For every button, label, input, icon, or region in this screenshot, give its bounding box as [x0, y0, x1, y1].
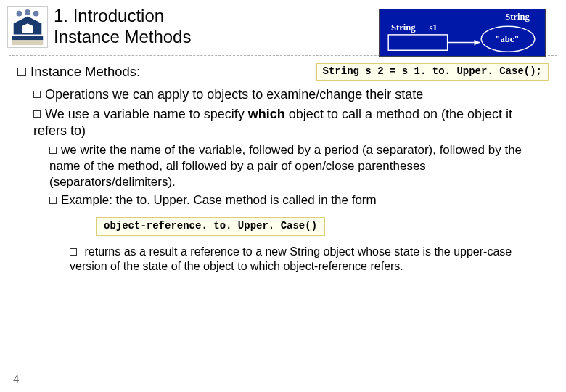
section-heading-row: Instance Methods: String s 2 = s 1. to. …: [17, 63, 549, 81]
svg-marker-8: [474, 40, 480, 46]
diagram-label-type: String: [391, 23, 416, 33]
object-diagram: String s1 String "abc": [379, 9, 546, 57]
code-snippet-1: String s 2 = s 1. to. Upper. Case();: [316, 63, 549, 81]
bullet-box-icon: [49, 197, 57, 204]
bullet-example: Example: the to. Upper. Case method is c…: [49, 192, 549, 208]
bullet-we-write: we write the name of the variable, follo…: [49, 142, 549, 189]
svg-point-2: [17, 11, 22, 17]
bullet-returns: returns as a result a reference to a new…: [70, 245, 549, 274]
page-number: 4: [13, 372, 19, 385]
divider-bottom: [9, 367, 557, 367]
bullet-box-icon: [49, 147, 57, 154]
svg-rect-5: [12, 40, 43, 45]
diagram-label-string-top: String: [505, 12, 530, 22]
bullet-box-icon: [33, 110, 41, 118]
svg-rect-6: [388, 35, 447, 50]
diagram-label-var: s1: [429, 23, 437, 33]
bullet-box-icon: [33, 91, 41, 98]
svg-point-3: [25, 9, 30, 15]
diagram-label-value: "abc": [496, 34, 520, 44]
section-heading-text: Instance Methods:: [30, 64, 140, 79]
code-snippet-2: object-reference. to. Upper. Case(): [96, 217, 325, 236]
svg-rect-1: [12, 36, 43, 41]
section-heading: Instance Methods:: [17, 63, 140, 81]
svg-point-4: [33, 11, 39, 17]
bullet-operations: Operations we can apply to objects to ex…: [33, 86, 549, 103]
slide-header: 1. Introduction Instance Methods String …: [0, 0, 566, 52]
bullet-box-icon: [17, 68, 26, 76]
university-logo: [7, 6, 48, 48]
slide-content: Instance Methods: String s 2 = s 1. to. …: [0, 63, 566, 274]
bullet-box-icon: [70, 248, 77, 256]
bullet-we-use: We use a variable name to specify which …: [33, 106, 549, 139]
